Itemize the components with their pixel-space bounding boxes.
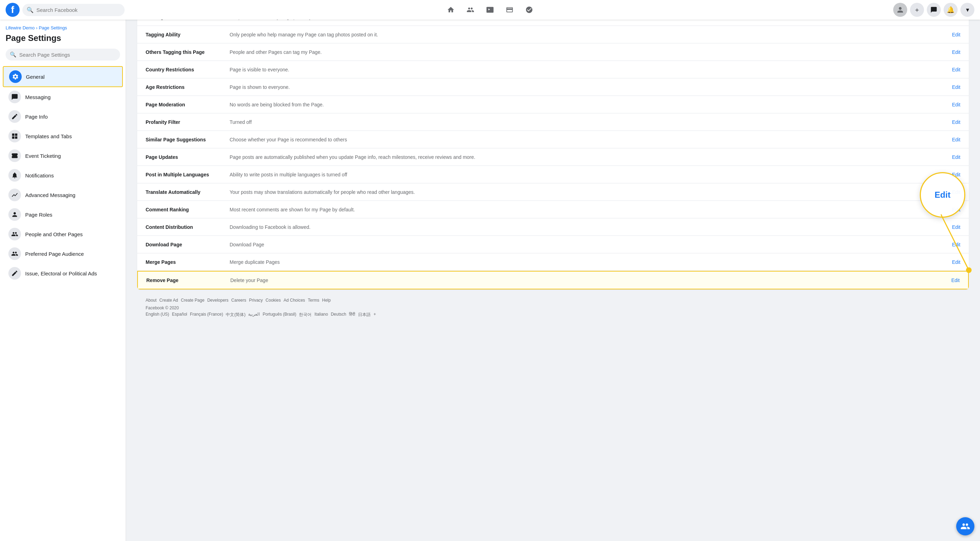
footer-language[interactable]: हिंदी xyxy=(349,312,355,318)
chevron-down-button[interactable]: ▾ xyxy=(960,3,974,17)
edit-link[interactable]: Edit xyxy=(952,259,960,265)
facebook-logo[interactable]: f xyxy=(6,3,20,17)
settings-row-action: Edit xyxy=(939,32,960,37)
edit-link[interactable]: Edit xyxy=(952,224,960,230)
settings-row-label: Remove Page xyxy=(146,277,230,283)
settings-row-label: Profanity Filter xyxy=(146,119,230,125)
search-input[interactable] xyxy=(37,7,120,13)
footer-language[interactable]: Español xyxy=(172,312,187,318)
footer-language[interactable]: العربية xyxy=(248,312,260,318)
page-info-icon xyxy=(8,110,21,123)
breadcrumb-parent[interactable]: Lifewire Demo xyxy=(6,25,35,30)
footer-language[interactable]: Italiano xyxy=(314,312,328,318)
sidebar-label-preferred-audience: Preferred Page Audience xyxy=(25,251,84,257)
sidebar-item-page-info[interactable]: Page Info xyxy=(3,107,123,126)
settings-row-desc: Page is visible to everyone. xyxy=(230,67,939,72)
settings-row-label: Similar Page Suggestions xyxy=(146,137,230,142)
breadcrumb-current: Page Settings xyxy=(39,25,67,30)
footer-link[interactable]: About xyxy=(146,298,156,303)
notifications-icon xyxy=(8,169,21,181)
footer-link[interactable]: Help xyxy=(322,298,331,303)
footer-language[interactable]: Português (Brasil) xyxy=(262,312,296,318)
sidebar-item-templates-tabs[interactable]: Templates and Tabs xyxy=(3,126,123,146)
settings-row: Comment Ranking Most recent comments are… xyxy=(137,201,969,218)
footer-link[interactable]: Ad Choices xyxy=(283,298,305,303)
edit-link[interactable]: Edit xyxy=(952,242,960,247)
footer-link[interactable]: Create Ad xyxy=(159,298,178,303)
sidebar-item-preferred-audience[interactable]: Preferred Page Audience xyxy=(3,244,123,264)
settings-rows: Messages People can contact my Page priv… xyxy=(137,8,969,290)
footer-link[interactable]: Terms xyxy=(308,298,320,303)
watch-nav-button[interactable] xyxy=(482,2,498,18)
settings-row-label: Merge Pages xyxy=(146,259,230,265)
footer-link[interactable]: Create Page xyxy=(181,298,204,303)
messaging-icon xyxy=(8,91,21,103)
settings-row: Download Page Download Page Edit xyxy=(137,236,969,253)
messenger-button[interactable] xyxy=(927,3,941,17)
settings-row-action: Edit xyxy=(939,102,960,107)
edit-link[interactable]: Edit xyxy=(951,277,960,283)
preferred-audience-icon xyxy=(8,247,21,260)
settings-row: Merge Pages Merge duplicate Pages Edit xyxy=(137,253,969,271)
home-nav-button[interactable] xyxy=(442,2,459,18)
friends-nav-button[interactable] xyxy=(462,2,479,18)
footer-language[interactable]: 한국어 xyxy=(299,312,312,318)
edit-link[interactable]: Edit xyxy=(952,137,960,142)
groups-nav-button[interactable] xyxy=(521,2,538,18)
edit-link[interactable]: Edit xyxy=(952,119,960,125)
sidebar-label-templates-tabs: Templates and Tabs xyxy=(25,133,72,139)
sidebar-item-notifications[interactable]: Notifications xyxy=(3,165,123,185)
edit-link[interactable]: Edit xyxy=(952,67,960,72)
settings-row-action: Edit xyxy=(939,259,960,265)
settings-search-input[interactable] xyxy=(19,52,116,58)
add-button[interactable]: ＋ xyxy=(910,3,924,17)
footer-language[interactable]: English (US) xyxy=(146,312,169,318)
sidebar-label-people-other-pages: People and Other Pages xyxy=(25,231,83,237)
sidebar-item-issue-electoral[interactable]: Issue, Electoral or Political Ads xyxy=(3,264,123,283)
footer-copyright: Facebook © 2020 xyxy=(146,306,960,310)
footer-links: AboutCreate AdCreate PageDevelopersCaree… xyxy=(146,298,960,303)
edit-link[interactable]: Edit xyxy=(952,154,960,160)
footer-language[interactable]: Français (France) xyxy=(190,312,223,318)
settings-row: Page Updates Page posts are automaticall… xyxy=(137,148,969,166)
notifications-button[interactable]: 🔔 xyxy=(943,3,958,17)
settings-row-desc: Your posts may show translations automat… xyxy=(230,189,939,195)
add-language-button[interactable]: + xyxy=(374,312,376,318)
sidebar-item-page-roles[interactable]: Page Roles xyxy=(3,205,123,224)
footer-link[interactable]: Cookies xyxy=(266,298,281,303)
footer-language[interactable]: Deutsch xyxy=(331,312,346,318)
settings-row-action: Edit xyxy=(939,189,960,195)
edit-link[interactable]: Edit xyxy=(952,207,960,212)
sidebar-item-people-other-pages[interactable]: People and Other Pages xyxy=(3,224,123,244)
edit-link[interactable]: Edit xyxy=(952,172,960,177)
nav-center xyxy=(125,2,855,18)
settings-row-label: Tagging Ability xyxy=(146,32,230,37)
settings-row-desc: Page is shown to everyone. xyxy=(230,84,939,90)
settings-row-label: Comment Ranking xyxy=(146,207,230,212)
edit-link[interactable]: Edit xyxy=(952,84,960,90)
sidebar-item-general[interactable]: General xyxy=(3,66,123,87)
sidebar-label-page-roles: Page Roles xyxy=(25,212,52,218)
edit-link[interactable]: Edit xyxy=(952,32,960,37)
footer-language[interactable]: 日本語 xyxy=(358,312,371,318)
settings-row-action: Edit xyxy=(939,172,960,177)
footer-language[interactable]: 中文(简体) xyxy=(226,312,245,318)
footer-link[interactable]: Privacy xyxy=(249,298,263,303)
sidebar-item-event-ticketing[interactable]: Event Ticketing xyxy=(3,146,123,165)
settings-search-bar[interactable]: 🔍 xyxy=(6,49,120,60)
sidebar-item-messaging[interactable]: Messaging xyxy=(3,87,123,107)
footer-link[interactable]: Developers xyxy=(207,298,229,303)
settings-row-action: Edit xyxy=(939,119,960,125)
marketplace-nav-button[interactable] xyxy=(501,2,518,18)
page-title: Page Settings xyxy=(0,32,126,49)
settings-row-label: Page Moderation xyxy=(146,102,230,107)
settings-row-label: Age Restrictions xyxy=(146,84,230,90)
sidebar-item-advanced-messaging[interactable]: Advanced Messaging xyxy=(3,185,123,205)
footer-link[interactable]: Careers xyxy=(231,298,247,303)
profile-avatar[interactable] xyxy=(893,3,907,17)
global-search-bar[interactable]: 🔍 xyxy=(22,4,125,16)
edit-link[interactable]: Edit xyxy=(952,102,960,107)
edit-link[interactable]: Edit xyxy=(952,189,960,195)
settings-row-label: Page Updates xyxy=(146,154,230,160)
edit-link[interactable]: Edit xyxy=(952,49,960,55)
